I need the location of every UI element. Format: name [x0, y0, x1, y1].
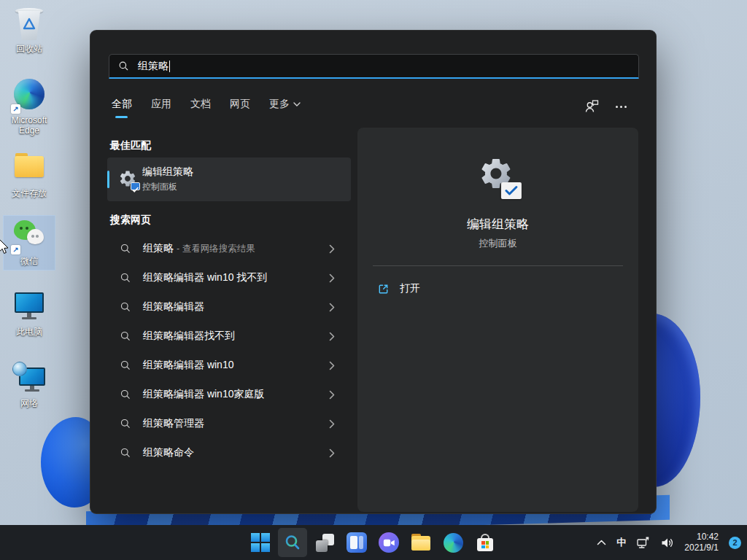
- taskbar: 中 10:42 2021/9/1 2: [0, 525, 747, 560]
- edge-icon: [444, 533, 463, 553]
- suggestion-text: 组策略编辑器 win10: [143, 359, 233, 372]
- taskbar-widgets-button[interactable]: [342, 528, 371, 557]
- chevron-right-icon[interactable]: [329, 390, 335, 400]
- detail-title: 编辑组策略: [357, 216, 638, 233]
- task-view-icon: [315, 533, 335, 553]
- web-suggestion-row[interactable]: 组策略编辑器 win10: [107, 351, 351, 380]
- search-icon: [120, 389, 131, 400]
- chevron-right-icon[interactable]: [329, 332, 335, 341]
- chevron-right-icon[interactable]: [329, 303, 335, 312]
- file-explorer-icon: [411, 534, 431, 551]
- open-action[interactable]: 打开: [377, 278, 420, 300]
- web-suggestion-row[interactable]: 组策略编辑器 win10 找不到: [107, 263, 351, 292]
- shortcut-arrow-icon: ↗: [11, 104, 20, 114]
- best-match-header: 最佳匹配: [110, 139, 151, 152]
- desktop-icon-label: Microsoft Edge: [2, 115, 56, 136]
- best-match-subtitle: 控制面板: [142, 181, 177, 193]
- suggestion-text: 组策略编辑器 win10 找不到: [143, 271, 267, 284]
- chevron-right-icon[interactable]: [329, 361, 335, 370]
- recycle-bin-icon: [12, 7, 46, 41]
- this-pc-icon: [12, 290, 46, 324]
- chevron-right-icon[interactable]: [329, 273, 335, 283]
- taskbar-task-view-button[interactable]: [310, 528, 339, 557]
- chevron-right-icon[interactable]: [329, 244, 335, 254]
- tray-chevron-up-icon[interactable]: [597, 540, 606, 545]
- chevron-down-icon: [293, 102, 301, 107]
- taskbar-store-button[interactable]: [471, 528, 500, 557]
- web-suggestion-row[interactable]: 组策略编辑器: [107, 292, 351, 322]
- tab-all[interactable]: 全部: [112, 98, 132, 114]
- suggestion-text: 组策略管理器: [143, 417, 204, 430]
- tray-time: 10:42: [684, 532, 719, 542]
- best-match-result[interactable]: 编辑组策略 控制面板: [107, 158, 351, 201]
- search-icon: [120, 359, 131, 371]
- edge-icon: ↗: [12, 79, 46, 112]
- search-input[interactable]: 组策略: [109, 54, 639, 79]
- suggestion-text: 组策略编辑器 win10家庭版: [143, 388, 264, 401]
- clock[interactable]: 10:42 2021/9/1: [684, 532, 719, 553]
- system-tray: 中 10:42 2021/9/1 2: [597, 525, 741, 560]
- web-suggestion-row[interactable]: 组策略命令: [107, 438, 351, 467]
- web-suggestion-row[interactable]: 组策略管理器: [107, 409, 351, 438]
- suggestion-note: - 查看网络搜索结果: [177, 243, 255, 255]
- open-external-icon: [377, 283, 390, 295]
- desktop-icon-label: 回收站: [2, 44, 56, 54]
- selection-accent-bar: [107, 171, 109, 188]
- group-policy-gear-icon-large: [477, 155, 515, 199]
- suggestion-text: 组策略编辑器找不到: [143, 330, 235, 343]
- search-flyout: 组策略 全部 应用 文档 网页 更多 最佳匹配: [90, 30, 657, 514]
- folder-icon: [12, 152, 46, 185]
- notification-badge[interactable]: 2: [729, 537, 741, 549]
- web-suggestion-row[interactable]: 组策略编辑器 win10家庭版: [107, 380, 351, 409]
- taskbar-search-button[interactable]: [278, 528, 307, 557]
- desktop-icon-label: 文件存放: [2, 188, 56, 198]
- windows-logo-icon: [251, 533, 270, 552]
- desktop-icon-recycle-bin[interactable]: 回收站: [2, 7, 56, 54]
- best-match-title: 编辑组策略: [142, 166, 193, 179]
- suggestion-text: 组策略编辑器: [143, 300, 204, 314]
- web-suggestion-row[interactable]: 组策略 - 查看网络搜索结果: [107, 234, 351, 263]
- tab-apps[interactable]: 应用: [151, 98, 171, 114]
- chevron-right-icon[interactable]: [329, 448, 335, 458]
- taskbar-edge-button[interactable]: [438, 528, 468, 557]
- group-policy-gear-icon: [118, 169, 139, 190]
- tab-more[interactable]: 更多: [269, 98, 301, 114]
- mouse-cursor: [0, 238, 10, 256]
- taskbar-file-explorer-button[interactable]: [406, 528, 436, 557]
- suggestion-text: 组策略命令: [143, 446, 194, 459]
- search-icon: [120, 418, 131, 429]
- network-icon[interactable]: [636, 536, 650, 550]
- search-icon: [120, 301, 131, 313]
- widgets-icon: [347, 532, 367, 553]
- shortcut-arrow-icon: ↗: [11, 245, 20, 254]
- desktop-icon-label: 微信: [2, 256, 56, 266]
- desktop-icon-network[interactable]: 网络: [2, 362, 56, 408]
- volume-icon[interactable]: [660, 537, 674, 549]
- desktop-icon-wechat[interactable]: ↗ 微信: [2, 219, 56, 266]
- desktop-icon-label: 网络: [2, 398, 56, 408]
- open-label: 打开: [400, 282, 420, 295]
- tab-documents[interactable]: 文档: [190, 98, 211, 114]
- search-icon: [118, 61, 129, 71]
- desktop-icon-edge[interactable]: ↗ Microsoft Edge: [2, 79, 56, 136]
- search-filter-tabs: 全部 应用 文档 网页 更多: [112, 98, 301, 114]
- tab-web[interactable]: 网页: [230, 98, 250, 114]
- search-icon: [120, 330, 131, 342]
- search-icon: [283, 533, 302, 552]
- taskbar-chat-button[interactable]: [374, 528, 403, 557]
- tray-date: 2021/9/1: [684, 542, 719, 553]
- ime-indicator[interactable]: 中: [616, 536, 626, 549]
- result-detail-panel: 编辑组策略 控制面板 打开: [357, 128, 638, 512]
- more-options-icon[interactable]: [616, 106, 627, 108]
- checkmark-badge-icon: [131, 182, 140, 190]
- taskbar-start-button[interactable]: [246, 528, 275, 557]
- desktop-icon-this-pc[interactable]: 此电脑: [2, 290, 56, 337]
- desktop-icon-folder[interactable]: 文件存放: [2, 152, 56, 198]
- account-icon[interactable]: [584, 99, 600, 114]
- active-tab-indicator: [115, 116, 128, 118]
- chevron-right-icon[interactable]: [329, 419, 335, 429]
- web-suggestion-row[interactable]: 组策略编辑器找不到: [107, 322, 351, 351]
- search-icon: [120, 447, 131, 459]
- text-caret: [169, 61, 170, 72]
- detail-subtitle: 控制面板: [357, 237, 638, 250]
